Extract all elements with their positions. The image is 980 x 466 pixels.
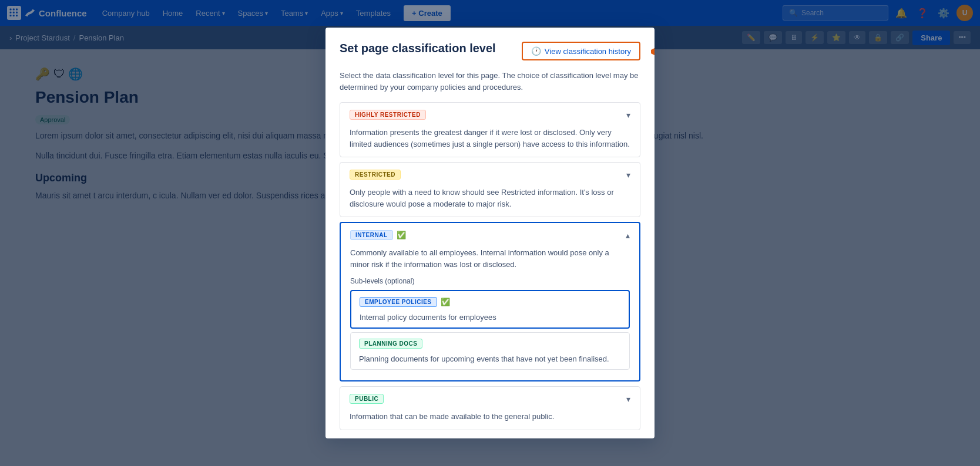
sublevel-label: Sub-levels (optional) xyxy=(350,277,630,285)
public-header[interactable]: PUBLIC ▾ xyxy=(340,387,640,411)
view-history-button[interactable]: 🕐 View classification history xyxy=(522,42,640,60)
highly-restricted-badge: HIGHLY RESTRICTED xyxy=(350,110,426,120)
restricted-desc: Only people with a need to know should s… xyxy=(340,187,640,217)
planning-docs-badge: PLANNING DOCS xyxy=(359,339,422,349)
clock-icon: 🕐 xyxy=(531,46,541,56)
internal-sublevels: Sub-levels (optional) EMPLOYEE POLICIES … xyxy=(341,277,639,380)
restricted-header[interactable]: RESTRICTED ▾ xyxy=(340,163,640,187)
classification-highly-restricted[interactable]: HIGHLY RESTRICTED ▾ Information presents… xyxy=(340,102,640,157)
restricted-badge: RESTRICTED xyxy=(350,170,401,180)
internal-check-icon: ✅ xyxy=(397,231,406,239)
modal-overlay: B Set page classification level 🕐 View c… xyxy=(0,0,980,466)
planning-docs-desc: Planning documents for upcoming events t… xyxy=(351,354,629,369)
classification-internal[interactable]: INTERNAL ✅ ▴ Commonly available to all e… xyxy=(340,222,640,381)
employee-policies-badge: EMPLOYEE POLICIES xyxy=(360,297,437,307)
highly-restricted-header[interactable]: HIGHLY RESTRICTED ▾ xyxy=(340,103,640,127)
employee-policies-desc: Internal policy documents for employees xyxy=(351,313,629,327)
sublevel-employee-policies[interactable]: EMPLOYEE POLICIES ✅ Internal policy docu… xyxy=(350,290,630,329)
highly-restricted-desc: Information presents the greatest danger… xyxy=(340,127,640,157)
view-history-label: View classification history xyxy=(545,47,631,56)
sublevel-planning-docs[interactable]: PLANNING DOCS Planning documents for upc… xyxy=(350,332,630,370)
internal-header[interactable]: INTERNAL ✅ ▴ xyxy=(341,223,639,247)
modal-body: HIGHLY RESTRICTED ▾ Information presents… xyxy=(325,102,655,438)
modal-title: Set page classification level xyxy=(340,42,496,55)
restricted-left: RESTRICTED xyxy=(350,170,401,180)
employee-policies-header[interactable]: EMPLOYEE POLICIES ✅ xyxy=(351,291,629,313)
annotation-arrow: B xyxy=(651,44,655,59)
internal-left: INTERNAL ✅ xyxy=(350,230,406,240)
classification-modal: B Set page classification level 🕐 View c… xyxy=(325,28,655,438)
modal-header: Set page classification level 🕐 View cla… xyxy=(325,28,655,70)
internal-badge: INTERNAL xyxy=(350,230,393,240)
highly-restricted-chevron: ▾ xyxy=(626,110,630,120)
public-desc: Information that can be made available t… xyxy=(340,411,640,430)
classification-restricted[interactable]: RESTRICTED ▾ Only people with a need to … xyxy=(340,162,640,217)
public-badge: PUBLIC xyxy=(350,394,384,404)
classification-public[interactable]: PUBLIC ▾ Information that can be made av… xyxy=(340,386,640,430)
orange-arrow-icon xyxy=(651,45,655,59)
restricted-chevron: ▾ xyxy=(626,170,630,180)
modal-subtitle: Select the data classification level for… xyxy=(325,70,655,102)
internal-desc: Commonly available to all employees. Int… xyxy=(341,247,639,277)
public-left: PUBLIC xyxy=(350,394,384,404)
employee-policies-check-icon: ✅ xyxy=(441,298,450,306)
public-chevron: ▾ xyxy=(626,394,630,404)
planning-docs-header[interactable]: PLANNING DOCS xyxy=(351,333,629,354)
highly-restricted-left: HIGHLY RESTRICTED xyxy=(350,110,426,120)
internal-chevron: ▴ xyxy=(626,231,630,240)
